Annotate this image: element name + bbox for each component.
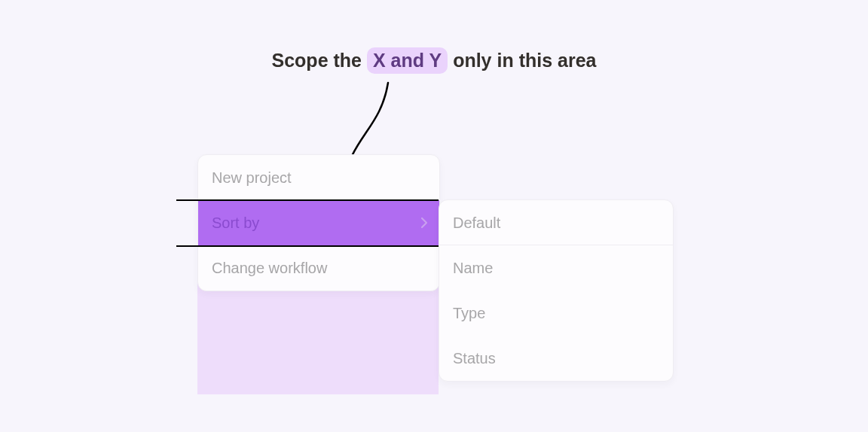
heading-text-after: only in this area (448, 50, 596, 71)
heading-text-before: Scope the (272, 50, 367, 71)
menu-item-change-workflow[interactable]: Change workflow (198, 245, 439, 291)
heading-highlight-pill: X and Y (367, 47, 448, 74)
submenu-item-label: Type (453, 305, 485, 321)
submenu-item-type[interactable]: Type (439, 291, 673, 336)
scope-line-top (176, 199, 439, 201)
submenu-head-label: Default (453, 214, 500, 231)
scope-line-bottom (176, 245, 439, 247)
menu-item-label: New project (212, 169, 292, 186)
submenu-item-name[interactable]: Name (439, 245, 673, 291)
submenu-item-label: Name (453, 260, 493, 276)
instruction-heading: Scope the X and Y only in this area (0, 50, 868, 71)
menu-item-label: Change workflow (212, 260, 327, 276)
menu-item-sort-by[interactable]: Sort by (198, 200, 439, 245)
submenu-item-status[interactable]: Status (439, 336, 673, 381)
menu-item-label: Sort by (212, 214, 259, 231)
menu-item-new-project[interactable]: New project (198, 155, 439, 200)
submenu-head-default[interactable]: Default (439, 200, 673, 245)
context-menu: New project Sort by Change workflow (197, 154, 440, 291)
submenu-item-label: Status (453, 350, 496, 367)
sort-by-submenu: Default Name Type Status (439, 199, 674, 382)
chevron-right-icon (420, 200, 429, 245)
